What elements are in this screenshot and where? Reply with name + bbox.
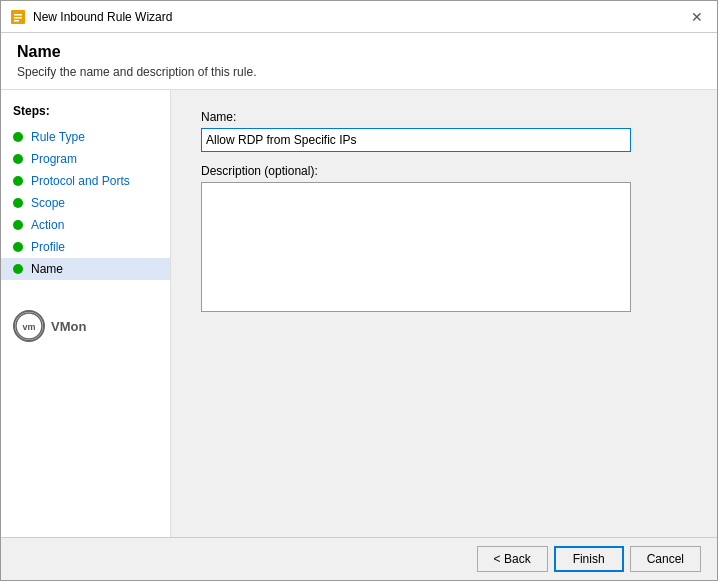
svg-rect-3 bbox=[14, 20, 19, 22]
back-button[interactable]: < Back bbox=[477, 546, 548, 572]
name-label: Name: bbox=[201, 110, 687, 124]
vmware-logo: vm VMon bbox=[13, 290, 158, 342]
sidebar-item-label-scope: Scope bbox=[31, 196, 158, 210]
page-description: Specify the name and description of this… bbox=[17, 65, 701, 79]
sidebar-item-label-profile: Profile bbox=[31, 240, 158, 254]
description-form-group: Description (optional): bbox=[201, 164, 687, 315]
sidebar-item-label-action: Action bbox=[31, 218, 158, 232]
sidebar-item-rule-type[interactable]: Rule Type bbox=[1, 126, 170, 148]
footer: < Back Finish Cancel bbox=[1, 537, 717, 580]
sidebar-item-scope[interactable]: Scope bbox=[1, 192, 170, 214]
sidebar: Steps: Rule Type Program Protocol and Po… bbox=[1, 90, 171, 537]
dot-scope bbox=[13, 198, 23, 208]
sidebar-item-label-rule-type: Rule Type bbox=[31, 130, 158, 144]
sidebar-bottom: vm VMon bbox=[1, 280, 170, 352]
sidebar-item-name[interactable]: Name bbox=[1, 258, 170, 280]
sidebar-item-label-protocol-ports: Protocol and Ports bbox=[31, 174, 158, 188]
page-title: Name bbox=[17, 43, 701, 61]
title-bar: New Inbound Rule Wizard ✕ bbox=[1, 1, 717, 33]
vmware-text: VMon bbox=[51, 319, 86, 334]
dot-rule-type bbox=[13, 132, 23, 142]
title-bar-title: New Inbound Rule Wizard bbox=[33, 10, 685, 24]
sidebar-item-label-name: Name bbox=[31, 262, 158, 276]
main-content: Name: Description (optional): bbox=[171, 90, 717, 537]
description-label: Description (optional): bbox=[201, 164, 687, 178]
sidebar-item-label-program: Program bbox=[31, 152, 158, 166]
name-form-group: Name: bbox=[201, 110, 687, 152]
sidebar-item-program[interactable]: Program bbox=[1, 148, 170, 170]
finish-button[interactable]: Finish bbox=[554, 546, 624, 572]
window-header: Name Specify the name and description of… bbox=[1, 33, 717, 90]
dot-protocol-ports bbox=[13, 176, 23, 186]
dot-action bbox=[13, 220, 23, 230]
svg-text:vm: vm bbox=[22, 322, 35, 332]
description-textarea[interactable] bbox=[201, 182, 631, 312]
sidebar-item-protocol-ports[interactable]: Protocol and Ports bbox=[1, 170, 170, 192]
sidebar-item-action[interactable]: Action bbox=[1, 214, 170, 236]
vmware-logo-icon: vm bbox=[13, 310, 45, 342]
dot-profile bbox=[13, 242, 23, 252]
svg-rect-1 bbox=[14, 14, 22, 16]
name-input[interactable] bbox=[201, 128, 631, 152]
window-body: Steps: Rule Type Program Protocol and Po… bbox=[1, 90, 717, 537]
sidebar-item-profile[interactable]: Profile bbox=[1, 236, 170, 258]
dot-program bbox=[13, 154, 23, 164]
wizard-window: New Inbound Rule Wizard ✕ Name Specify t… bbox=[0, 0, 718, 581]
close-button[interactable]: ✕ bbox=[685, 5, 709, 29]
title-bar-icon bbox=[9, 8, 27, 26]
steps-label: Steps: bbox=[1, 100, 170, 126]
cancel-button[interactable]: Cancel bbox=[630, 546, 701, 572]
dot-name bbox=[13, 264, 23, 274]
svg-rect-2 bbox=[14, 17, 22, 19]
